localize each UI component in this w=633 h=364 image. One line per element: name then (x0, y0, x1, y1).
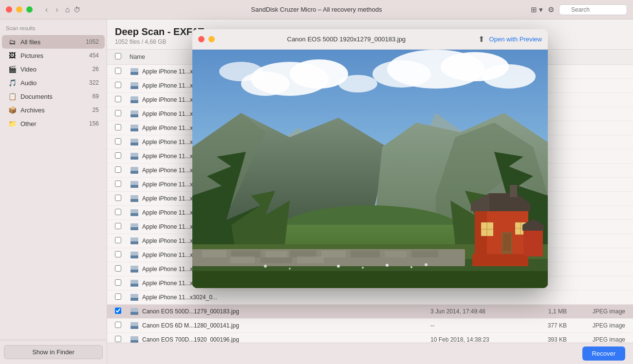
documents-icon: 📋 (8, 92, 17, 101)
history-button[interactable]: ⏱ (74, 6, 80, 14)
preview-close-button[interactable] (198, 36, 205, 42)
open-with-preview-button[interactable]: Open with Preview (489, 36, 542, 43)
preview-filename: Canon EOS 500D 1920x1279_000183.jpg (215, 36, 478, 43)
sidebar-count-documents: 69 (93, 93, 99, 100)
preview-image-area (192, 50, 548, 288)
svg-rect-52 (523, 230, 543, 256)
minimize-button[interactable] (16, 6, 22, 13)
svg-rect-50 (510, 185, 517, 197)
sidebar-label-video: Video (20, 66, 93, 73)
sidebar-count-audio: 322 (89, 79, 99, 86)
sidebar-item-archives[interactable]: 📦 Archives 25 (2, 103, 105, 117)
main-layout: Scan results 🗂 All files 1052 🖼 Pictures… (0, 19, 633, 364)
svg-rect-44 (503, 234, 511, 251)
sidebar-item-all-files[interactable]: 🗂 All files 1052 (2, 35, 105, 49)
svg-rect-31 (351, 250, 380, 257)
sidebar-count-other: 156 (89, 120, 99, 127)
search-input[interactable] (559, 4, 627, 15)
sidebar-item-video[interactable]: 🎬 Video 26 (2, 62, 105, 76)
svg-point-60 (410, 266, 412, 268)
svg-rect-54 (192, 271, 548, 288)
preview-window: Canon EOS 500D 1920x1279_000183.jpg ⬆ Op… (192, 29, 548, 288)
svg-point-55 (337, 265, 340, 268)
title-bar: ‹ › ⌂ ⏱ SandDisk Cruzer Micro – All reco… (0, 0, 633, 19)
window-title: SandDisk Cruzer Micro – All recovery met… (251, 6, 382, 13)
svg-point-61 (425, 263, 428, 266)
sidebar-count-archives: 25 (93, 107, 99, 113)
preview-minimize-button[interactable] (208, 36, 215, 42)
svg-point-57 (386, 264, 389, 267)
sidebar-item-audio[interactable]: 🎵 Audio 322 (2, 76, 105, 90)
back-button[interactable]: ‹ (42, 4, 51, 15)
view-button[interactable]: ⊞ ▾ (531, 5, 543, 14)
sidebar-item-documents[interactable]: 📋 Documents 69 (2, 90, 105, 103)
svg-rect-34 (197, 257, 226, 263)
preview-controls (198, 36, 215, 42)
preview-overlay: Canon EOS 500D 1920x1279_000183.jpg ⬆ Op… (107, 19, 633, 364)
svg-rect-37 (297, 256, 324, 263)
all-files-icon: 🗂 (8, 37, 17, 46)
other-icon: 📁 (8, 119, 17, 128)
scan-results-label: Scan results (0, 23, 107, 35)
svg-point-9 (338, 75, 377, 92)
sidebar-label-other: Other (20, 120, 89, 127)
pictures-icon: 🖼 (8, 51, 17, 60)
toolbar-right: ⊞ ▾ ⚙ 🔍 (531, 4, 627, 15)
svg-rect-33 (411, 250, 438, 257)
sidebar: Scan results 🗂 All files 1052 🖼 Pictures… (0, 19, 107, 364)
preview-titlebar: Canon EOS 500D 1920x1279_000183.jpg ⬆ Op… (192, 29, 548, 50)
svg-rect-28 (265, 251, 287, 257)
svg-point-6 (372, 60, 431, 88)
preview-share-button[interactable]: ⬆ (478, 35, 484, 44)
sidebar-label-audio: Audio (20, 79, 89, 87)
home-button[interactable]: ⌂ (65, 5, 70, 14)
maximize-button[interactable] (26, 6, 33, 13)
audio-icon: 🎵 (8, 78, 17, 87)
forward-button[interactable]: › (53, 4, 61, 15)
sidebar-label-all-files: All files (20, 38, 86, 46)
sidebar-item-other[interactable]: 📁 Other 156 (2, 117, 105, 130)
svg-rect-35 (230, 256, 255, 263)
svg-rect-36 (261, 257, 292, 263)
svg-point-56 (362, 267, 364, 269)
sidebar-label-documents: Documents (20, 93, 93, 100)
filter-button[interactable]: ⚙ (548, 5, 554, 14)
window-controls (6, 6, 33, 13)
sidebar-count-all-files: 1052 (86, 38, 99, 45)
content-area: Deep Scan - EXFAT ▾ 1052 files / 4,68 GB… (107, 19, 633, 364)
preview-image-svg (192, 50, 548, 288)
svg-rect-26 (202, 250, 226, 257)
svg-point-7 (482, 64, 536, 89)
nav-buttons: ‹ › (42, 4, 61, 15)
archives-icon: 📦 (8, 106, 17, 114)
search-wrapper: 🔍 (559, 4, 627, 15)
preview-actions: ⬆ Open with Preview (478, 35, 542, 44)
close-button[interactable] (6, 6, 12, 13)
svg-point-8 (219, 62, 263, 81)
svg-rect-29 (290, 250, 316, 257)
show-finder-button[interactable]: Show in Finder (4, 345, 103, 359)
svg-point-59 (264, 265, 267, 268)
video-icon: 🎬 (8, 65, 17, 73)
svg-rect-51 (472, 254, 528, 266)
sidebar-label-archives: Archives (20, 107, 93, 114)
svg-point-58 (289, 268, 291, 270)
svg-rect-30 (321, 251, 346, 257)
svg-rect-32 (385, 251, 407, 257)
sidebar-bottom: Show in Finder (0, 340, 107, 364)
sidebar-count-pictures: 454 (89, 52, 99, 59)
sidebar-item-pictures[interactable]: 🖼 Pictures 454 (2, 49, 105, 62)
sidebar-count-video: 26 (93, 66, 99, 73)
svg-rect-27 (231, 250, 261, 257)
sidebar-label-pictures: Pictures (20, 52, 89, 59)
